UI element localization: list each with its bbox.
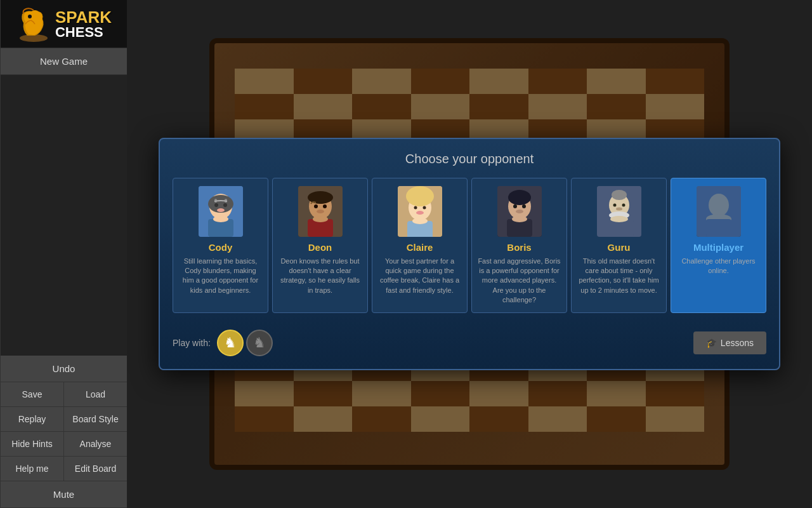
board-area: Choose your opponent CodyStill learning …: [127, 0, 812, 508]
svg-point-7: [217, 208, 225, 212]
logo-icon: [16, 5, 51, 43]
play-with-label: Play with:: [173, 338, 211, 348]
svg-point-35: [512, 216, 527, 222]
mute-button[interactable]: Mute: [1, 481, 127, 508]
load-button[interactable]: Load: [64, 382, 127, 406]
opponent-desc-deon: Deon knows the rules but doesn't have a …: [278, 257, 362, 296]
svg-point-6: [223, 203, 227, 207]
svg-rect-49: [706, 219, 731, 237]
opponent-card-deon[interactable]: DeonDeon knows the rules but doesn't hav…: [272, 178, 368, 314]
opponent-desc-cody: Still learning the basics, Cody blunders…: [178, 257, 263, 296]
svg-point-41: [616, 207, 622, 210]
dialog-title: Choose your opponent: [173, 152, 766, 166]
svg-point-17: [317, 210, 324, 213]
analyse-button[interactable]: Analyse: [64, 432, 127, 456]
opponent-desc-guru: This old master doesn't care about time …: [577, 257, 661, 296]
svg-point-5: [214, 203, 218, 207]
undo-button[interactable]: Undo: [1, 356, 127, 382]
replay-boardstyle-row: Replay Board Style: [1, 407, 127, 432]
avatar-guru: [597, 186, 641, 237]
help-me-button[interactable]: Help me: [1, 457, 64, 481]
svg-point-1: [28, 15, 32, 18]
svg-point-25: [416, 211, 424, 215]
opponent-dialog: Choose your opponent CodyStill learning …: [159, 138, 780, 371]
opponent-name-boris: Boris: [477, 242, 561, 253]
svg-point-14: [308, 191, 333, 204]
opponent-desc-multiplayer: Challenge other players online.: [676, 257, 761, 276]
sidebar-header: SPARK CHESS: [1, 0, 127, 48]
svg-point-38: [612, 190, 627, 200]
hints-analyse-row: Hide Hints Analyse: [1, 432, 127, 457]
svg-point-39: [613, 203, 616, 206]
save-load-row: Save Load: [1, 382, 127, 407]
board-style-button[interactable]: Board Style: [64, 407, 127, 431]
svg-point-22: [406, 186, 434, 206]
avatar-multiplayer: [697, 186, 741, 237]
svg-point-9: [213, 216, 228, 222]
svg-point-31: [513, 204, 517, 208]
opponents-row: CodyStill learning the basics, Cody blun…: [173, 178, 766, 314]
piece-selector: ♞ ♞: [217, 330, 273, 356]
opponent-name-cody: Cody: [178, 242, 263, 253]
opponent-name-multiplayer: Multiplayer: [676, 242, 761, 253]
help-editboard-row: Help me Edit Board: [1, 457, 127, 481]
svg-point-16: [323, 204, 327, 208]
opponent-desc-boris: Fast and aggressive, Boris is a powerful…: [477, 257, 561, 305]
logo-text: SPARK CHESS: [55, 9, 112, 39]
opponent-name-guru: Guru: [577, 242, 661, 253]
save-button[interactable]: Save: [1, 382, 64, 406]
opponent-card-claire[interactable]: ClaireYour best partner for a quick game…: [372, 178, 468, 314]
lessons-button[interactable]: 🎓 Lessons: [693, 331, 766, 354]
logo: SPARK CHESS: [16, 5, 112, 43]
svg-point-30: [508, 190, 531, 205]
svg-point-33: [516, 210, 523, 213]
logo-chess: CHESS: [55, 25, 112, 39]
dialog-overlay: Choose your opponent CodyStill learning …: [127, 0, 812, 508]
white-piece-button[interactable]: ♞: [217, 330, 244, 356]
svg-point-46: [709, 194, 729, 217]
opponent-card-boris[interactable]: BorisFast and aggressive, Boris is a pow…: [471, 178, 567, 314]
svg-point-23: [414, 206, 417, 209]
hide-hints-button[interactable]: Hide Hints: [1, 432, 64, 456]
svg-point-19: [313, 216, 328, 222]
svg-point-32: [522, 204, 526, 208]
svg-point-40: [622, 203, 625, 206]
opponent-name-deon: Deon: [278, 242, 362, 253]
svg-point-24: [422, 206, 426, 209]
avatar-claire: [398, 186, 442, 237]
mortarboard-icon: 🎓: [706, 338, 717, 348]
opponent-card-guru[interactable]: GuruThis old master doesn't care about t…: [571, 178, 667, 314]
avatar-deon: [298, 186, 343, 237]
opponent-card-multiplayer[interactable]: MultiplayerChallenge other players onlin…: [671, 178, 766, 314]
opponent-name-claire: Claire: [377, 242, 462, 253]
svg-point-15: [314, 204, 318, 208]
avatar-cody: [199, 186, 243, 237]
avatar-boris: [497, 186, 542, 237]
edit-board-button[interactable]: Edit Board: [64, 457, 127, 481]
logo-spark: SPARK: [55, 9, 112, 25]
svg-point-44: [610, 216, 628, 222]
sidebar-spacer: [1, 75, 127, 356]
svg-point-27: [412, 218, 428, 224]
new-game-button[interactable]: New Game: [1, 48, 127, 75]
black-piece-button[interactable]: ♞: [246, 330, 273, 356]
opponent-card-cody[interactable]: CodyStill learning the basics, Cody blun…: [173, 178, 268, 314]
dialog-footer: Play with: ♞ ♞ 🎓 Lessons: [173, 323, 766, 356]
replay-button[interactable]: Replay: [1, 407, 64, 431]
opponent-desc-claire: Your best partner for a quick game durin…: [377, 257, 462, 296]
